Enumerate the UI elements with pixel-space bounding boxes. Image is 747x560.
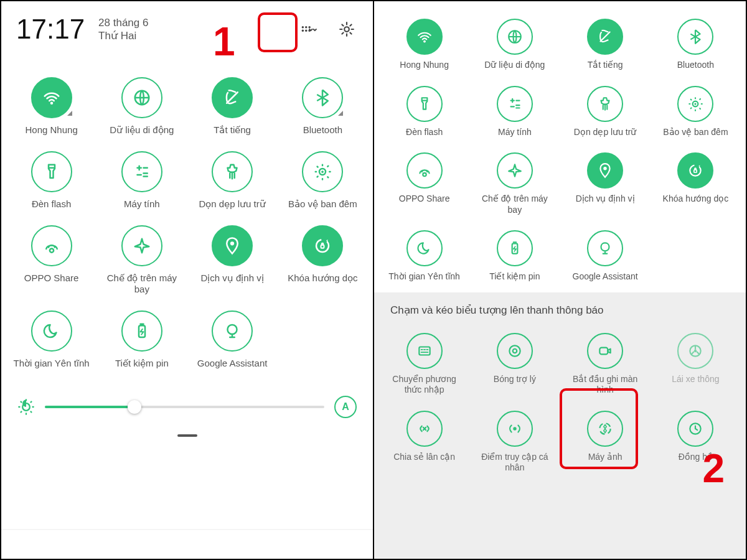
- tile-location[interactable]: Dịch vụ định vị: [560, 147, 651, 225]
- rotationlock-icon: [677, 152, 713, 189]
- tile-label: Máy ảnh: [588, 452, 622, 463]
- edit-instruction: Chạm và kéo biểu tượng lên thanh thông b…: [374, 292, 746, 322]
- tile-label: Lái xe thông: [672, 374, 719, 385]
- tile-battery[interactable]: Tiết kiệm pin: [96, 306, 187, 380]
- extra-tiles-area: Chuyển phương thức nhậpBóng trợ lýBắt đầ…: [374, 322, 746, 559]
- tile-label: Tiết kiệm pin: [115, 358, 169, 370]
- extra-tiles-grid: Chuyển phương thức nhậpBóng trợ lýBắt đầ…: [374, 325, 746, 483]
- tile-label: Chế độ trên máy bay: [102, 273, 182, 296]
- data-icon: [497, 19, 533, 55]
- tile-quiettime[interactable]: Thời gian Yên tĩnh: [379, 225, 469, 292]
- quiettime-icon: [406, 230, 443, 266]
- nearby-icon: [406, 411, 443, 447]
- tile-label: Điểm truy cập cá nhân: [477, 452, 552, 474]
- tile-label: Khóa hướng dọc: [663, 194, 729, 205]
- tile-label: Đồng hồ: [679, 452, 713, 463]
- bottom-divider: [1, 529, 373, 530]
- tile-wifi[interactable]: Hong Nhung: [6, 72, 96, 146]
- tile-label: Dịch vụ định vị: [576, 194, 635, 205]
- brightness-slider[interactable]: [45, 406, 324, 408]
- auto-brightness-toggle[interactable]: A: [334, 396, 357, 418]
- airplane-icon: [121, 225, 162, 266]
- opposhare-icon: [406, 152, 443, 189]
- tile-data[interactable]: Dữ liệu di động: [96, 72, 187, 146]
- calculator-icon: [497, 86, 533, 122]
- tile-assistant[interactable]: Google Assistant: [187, 306, 278, 380]
- tile-input[interactable]: Chuyển phương thức nhập: [379, 328, 469, 406]
- tile-label: Google Assistant: [573, 271, 638, 282]
- tile-label: Thời gian Yên tĩnh: [388, 271, 460, 282]
- bluetooth-icon: [677, 19, 713, 55]
- tile-camera[interactable]: Máy ảnh: [560, 406, 651, 483]
- tile-opposhare[interactable]: OPPO Share: [6, 220, 96, 306]
- tile-quiettime[interactable]: Thời gian Yên tĩnh: [6, 306, 96, 380]
- tile-label: OPPO Share: [399, 194, 450, 205]
- clock-date: 28 tháng 6 Thứ Hai: [98, 16, 148, 43]
- clock-time: 17:17: [16, 14, 85, 45]
- tile-mute[interactable]: Tắt tiếng: [560, 14, 651, 81]
- tile-airplane[interactable]: Chế độ trên máy bay: [469, 147, 560, 225]
- tile-location[interactable]: Dịch vụ định vị: [187, 220, 278, 306]
- tile-mute[interactable]: Tắt tiếng: [187, 72, 278, 146]
- calculator-icon: [121, 151, 162, 192]
- drag-handle[interactable]: [177, 434, 197, 437]
- tile-label: Bảo vệ ban đêm: [288, 198, 357, 210]
- tile-label: Tiết kiệm pin: [489, 271, 540, 282]
- tile-cleanup[interactable]: Dọn dẹp lưu trữ: [187, 146, 278, 220]
- battery-icon: [121, 310, 162, 352]
- tile-record[interactable]: Bắt đầu ghi màn hình: [560, 328, 651, 406]
- settings-button[interactable]: [336, 18, 358, 40]
- tile-label: Bảo vệ ban đêm: [663, 127, 728, 138]
- tile-label: Đèn flash: [406, 127, 443, 138]
- tile-label: Hong Nhung: [400, 60, 449, 71]
- tile-nightshield[interactable]: Bảo vệ ban đêm: [651, 81, 741, 148]
- tile-label: Chế độ trên máy bay: [477, 194, 552, 215]
- assistant-icon: [212, 310, 253, 352]
- cleanup-icon: [587, 86, 623, 122]
- airplane-icon: [497, 152, 533, 189]
- tile-label: Thời gian Yên tĩnh: [14, 358, 90, 370]
- tile-label: Google Assistant: [197, 358, 268, 370]
- tile-clock[interactable]: Đồng hồ: [651, 406, 741, 483]
- tile-rotationlock[interactable]: Khóa hướng dọc: [278, 220, 368, 306]
- tile-nearby[interactable]: Chia sẻ lân cận: [379, 406, 469, 483]
- tile-label: Đèn flash: [32, 198, 71, 210]
- panel-step-2: 2 Hong NhungDữ liệu di độngTắt tiếngBlue…: [374, 1, 746, 559]
- location-icon: [587, 152, 623, 189]
- tile-airplane[interactable]: Chế độ trên máy bay: [96, 220, 187, 306]
- tile-label: Dữ liệu di động: [110, 124, 174, 136]
- tile-battery[interactable]: Tiết kiệm pin: [469, 225, 560, 292]
- cleanup-icon: [212, 151, 253, 192]
- tile-flashlight[interactable]: Đèn flash: [379, 81, 469, 148]
- tile-opposhare[interactable]: OPPO Share: [379, 147, 469, 225]
- tile-calculator[interactable]: Máy tính: [469, 81, 560, 148]
- tile-driving[interactable]: Lái xe thông: [651, 328, 741, 406]
- qs-header: 17:17 28 tháng 6 Thứ Hai: [1, 1, 373, 72]
- tile-bluetooth[interactable]: Bluetooth: [651, 14, 741, 81]
- camera-icon: [587, 411, 623, 447]
- mute-icon: [212, 77, 253, 118]
- wifi-icon: [406, 19, 443, 55]
- tile-assistball[interactable]: Bóng trợ lý: [469, 328, 560, 406]
- tile-bluetooth[interactable]: Bluetooth: [278, 72, 368, 146]
- location-icon: [212, 225, 253, 266]
- tile-hotspot[interactable]: Điểm truy cập cá nhân: [469, 406, 560, 483]
- tile-rotationlock[interactable]: Khóa hướng dọc: [651, 147, 741, 225]
- tile-assistant[interactable]: Google Assistant: [560, 225, 651, 292]
- tile-wifi[interactable]: Hong Nhung: [379, 14, 469, 81]
- tile-flashlight[interactable]: Đèn flash: [6, 146, 96, 220]
- tile-calculator[interactable]: Máy tính: [96, 146, 187, 220]
- tile-label: OPPO Share: [24, 273, 79, 284]
- bluetooth-icon: [302, 77, 343, 118]
- tile-label: Chia sẻ lân cận: [393, 452, 455, 463]
- qs-tiles-grid: Hong NhungDữ liệu di độngTắt tiếngBlueto…: [1, 72, 373, 380]
- tile-label: Dịch vụ định vị: [201, 273, 264, 284]
- qs-tiles-grid: Hong NhungDữ liệu di độngTắt tiếngBlueto…: [374, 1, 746, 292]
- tile-cleanup[interactable]: Dọn dẹp lưu trữ: [560, 81, 651, 148]
- tile-label: Dữ liệu di động: [484, 60, 545, 71]
- edit-tiles-button[interactable]: [297, 18, 319, 40]
- clock-icon: [677, 411, 713, 447]
- tile-label: Dọn dẹp lưu trữ: [199, 198, 266, 210]
- tile-nightshield[interactable]: Bảo vệ ban đêm: [278, 146, 368, 220]
- tile-data[interactable]: Dữ liệu di động: [469, 14, 560, 81]
